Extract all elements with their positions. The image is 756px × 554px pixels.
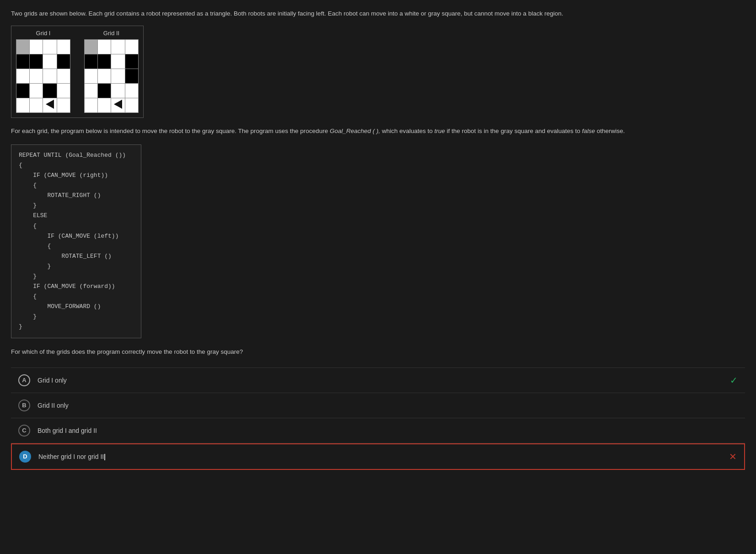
option-d-letter: D — [23, 453, 27, 460]
code-line-11: ROTATE_LEFT () — [19, 251, 134, 261]
code-line-1: REPEAT UNTIL (Goal_Reached ()) — [19, 150, 134, 160]
option-c-letter: C — [22, 427, 26, 434]
desc-middle2: if the robot is in the gray square and e… — [445, 128, 582, 134]
wrong-x-icon: ✕ — [729, 451, 737, 462]
code-line-16: MOVE_FORWARD () — [19, 302, 134, 312]
correct-check-icon: ✓ — [730, 375, 738, 386]
option-b-letter: B — [22, 402, 26, 409]
option-b-row[interactable]: B Grid II only — [11, 393, 745, 418]
option-a-row[interactable]: A Grid I only ✓ — [11, 368, 745, 393]
desc-true: true — [434, 128, 445, 134]
grid-ii-wrapper: Grid II — [84, 30, 139, 113]
option-b-label: Grid II only — [38, 402, 738, 409]
code-line-18: } — [19, 322, 134, 332]
options-list: A Grid I only ✓ B Grid II only C Both gr… — [11, 368, 745, 470]
text-cursor — [104, 454, 105, 460]
code-block: REPEAT UNTIL (Goal_Reached ()) { IF (CAN… — [11, 144, 141, 338]
grid-ii-table — [84, 39, 139, 113]
option-a-circle: A — [18, 374, 30, 386]
question-text: For which of the grids does the program … — [11, 347, 745, 357]
desc-after: otherwise. — [595, 128, 625, 134]
option-c-row[interactable]: C Both grid I and grid II — [11, 418, 745, 443]
option-c-label: Both grid I and grid II — [38, 427, 738, 434]
desc-middle: which evaluates to — [380, 128, 434, 134]
option-b-circle: B — [18, 400, 30, 411]
code-line-13: } — [19, 272, 134, 282]
code-line-12: } — [19, 261, 134, 272]
grid-i-table — [16, 39, 70, 113]
option-d-label: Neither grid I nor grid II — [38, 453, 729, 460]
code-line-15: { — [19, 292, 134, 302]
option-c-circle: C — [18, 425, 30, 437]
grid-ii-label: Grid II — [103, 30, 119, 37]
desc-before: For each grid, the program below is inte… — [11, 128, 330, 134]
intro-text: Two grids are shown below. Each grid con… — [11, 9, 745, 18]
code-line-5: ROTATE_RIGHT () — [19, 191, 134, 201]
code-line-14: IF (CAN_MOVE (forward)) — [19, 282, 134, 292]
code-line-8: { — [19, 221, 134, 231]
code-line-2: { — [19, 160, 134, 170]
code-line-9: IF (CAN_MOVE (left)) — [19, 231, 134, 241]
grid-i-label: Grid I — [36, 30, 51, 37]
option-a-label: Grid I only — [38, 377, 730, 384]
robot-ii — [114, 100, 122, 109]
code-line-3: IF (CAN_MOVE (right)) — [19, 170, 134, 181]
code-line-6: } — [19, 201, 134, 211]
code-line-17: } — [19, 312, 134, 322]
description-text: For each grid, the program below is inte… — [11, 126, 745, 136]
grids-container: Grid I — [11, 26, 144, 118]
option-d-row[interactable]: D Neither grid I nor grid II ✕ — [11, 443, 745, 470]
option-a-letter: A — [22, 377, 26, 384]
desc-false: false — [582, 128, 595, 134]
code-line-10: { — [19, 241, 134, 251]
robot-i — [46, 100, 54, 109]
option-d-circle: D — [19, 451, 31, 463]
code-line-4: { — [19, 181, 134, 191]
grid-i-wrapper: Grid I — [16, 30, 70, 113]
desc-procedure: Goal_Reached ( ), — [330, 128, 380, 134]
code-line-7: ELSE — [19, 211, 134, 221]
